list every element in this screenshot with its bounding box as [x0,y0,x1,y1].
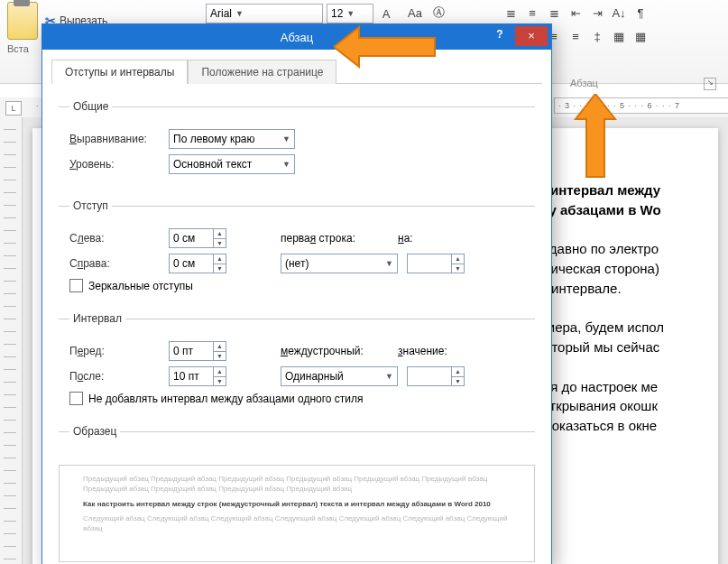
dialog-tabs: Отступы и интервалы Положение на страниц… [51,59,542,84]
mirror-indents-label: Зеркальные отступы [88,280,193,292]
justify-icon[interactable]: ≡ [567,27,585,45]
line-spacing-value: Одинарный [285,370,344,383]
shading-icon[interactable]: ▦ [610,27,628,45]
chevron-down-icon: ▼ [282,134,290,143]
spin-up-icon[interactable]: ▲ [452,367,464,377]
space-after-input[interactable] [170,368,213,384]
grow-font-icon[interactable]: A [377,5,395,23]
space-before-spinner[interactable]: ▲▼ [169,341,226,361]
first-line-value: (нет) [285,257,309,270]
space-before-input[interactable] [170,343,213,359]
by-spinner[interactable]: ▲▼ [407,254,465,273]
outline-level-combo[interactable]: Основной текст▼ [169,154,295,174]
document-text[interactable]: ить интервал между ежду абзацами в Wo й … [523,180,728,436]
outline-level-value: Основной текст [173,158,252,171]
mirror-indents-checkbox[interactable]: Зеркальные отступы [69,279,524,292]
group-spacing: Интервал Перед: ▲▼ междустрочный: значен… [59,312,535,416]
font-size-value: 12 [331,7,343,20]
spin-down-icon[interactable]: ▼ [214,377,226,386]
spin-up-icon[interactable]: ▲ [452,254,464,264]
pilcrow-icon[interactable]: ¶ [631,4,650,22]
preview-box: Предыдущий абзац Предыдущий абзац Предыд… [59,465,535,562]
preview-prev-text: Предыдущий абзац Предыдущий абзац Предыд… [83,475,511,495]
decrease-indent-icon[interactable]: ⇤ [567,4,585,22]
label-alignment: Выравнивание: [69,133,160,145]
space-after-spinner[interactable]: ▲▼ [169,366,226,386]
label-indent-left: Слева: [69,232,160,245]
label-line-spacing: междустрочный: [281,345,389,357]
label-after: После: [69,370,160,383]
legend-indent: Отступ [69,199,112,212]
group-general: Общие Выравнивание: По левому краю▼ Уров… [59,100,535,190]
multilevel-icon[interactable]: ≣ [545,4,563,22]
label-at: значение: [398,345,470,357]
sort-icon[interactable]: A↓ [610,4,628,22]
line-spacing-combo[interactable]: Одинарный▼ [281,366,398,386]
label-first-line: первая строка: [281,232,389,245]
indent-right-input[interactable] [170,255,213,272]
indent-left-input[interactable] [170,230,213,246]
spin-down-icon[interactable]: ▼ [214,352,226,361]
checkbox-box [69,392,83,405]
group-preview: Образец [59,425,535,459]
legend-preview: Образец [69,425,120,438]
bullets-icon[interactable]: ≣ [502,4,520,22]
spin-up-icon[interactable]: ▲ [214,229,226,239]
spin-down-icon[interactable]: ▼ [452,377,464,386]
label-by: на: [398,232,470,245]
label-indent-right: Справа: [69,257,160,270]
at-spinner[interactable]: ▲▼ [407,366,465,386]
clear-format-icon[interactable]: Ⓐ [429,4,447,22]
chevron-down-icon: ▼ [385,372,393,381]
dialog-title: Абзац [281,31,313,44]
tab-indents-spacing[interactable]: Отступы и интервалы [51,60,188,84]
paragraph-dialog-launcher[interactable]: ↘ [704,78,716,90]
paste-icon[interactable] [7,2,38,40]
font-size-combo[interactable]: 12▼ [327,4,373,23]
label-outline-level: Уровень: [69,158,160,171]
dont-add-space-label: Не добавлять интервал между абзацами одн… [88,393,364,405]
help-button[interactable]: ? [486,28,513,46]
indent-left-spinner[interactable]: ▲▼ [169,228,226,248]
borders-icon[interactable]: ▦ [631,27,650,45]
tab-selector[interactable]: L [5,101,22,116]
spin-up-icon[interactable]: ▲ [214,342,226,352]
dialog-titlebar[interactable]: Абзац ? × [42,24,551,50]
close-button[interactable]: × [515,26,548,46]
paragraph-group-label: Абзац [570,78,598,88]
chevron-down-icon: ▼ [385,259,393,268]
preview-next-text: Следующий абзац Следующий абзац Следующи… [83,514,511,534]
font-name-combo[interactable]: Arial▼ [206,4,323,23]
label-before: Перед: [69,345,160,357]
chevron-down-icon: ▼ [346,9,355,18]
ruler-visible-segment: · 3 · · · 4 · · · 5 · · · 6 · · · 7 [554,97,728,114]
numbering-icon[interactable]: ≡ [523,4,541,22]
legend-general: Общие [69,100,112,113]
spin-down-icon[interactable]: ▼ [452,264,464,273]
paragraph-dialog: Абзац ? × Отступы и интервалы Положение … [41,23,552,564]
alignment-combo[interactable]: По левому краю▼ [169,129,295,149]
first-line-combo[interactable]: (нет)▼ [281,254,398,273]
group-indent: Отступ Слева: ▲▼ первая строка: на: Спра… [59,199,535,303]
preview-sample-text: Как настроить интервал между строк (межд… [83,500,511,510]
spin-down-icon[interactable]: ▼ [214,239,226,248]
vertical-ruler [0,117,23,564]
alignment-value: По левому краю [173,133,255,145]
increase-indent-icon[interactable]: ⇥ [588,4,606,22]
change-case-icon[interactable]: Aa [406,4,424,22]
paste-label: Вста [7,43,29,54]
line-spacing-icon[interactable]: ‡ [588,27,606,45]
indent-right-spinner[interactable]: ▲▼ [169,254,226,273]
checkbox-box [69,279,83,292]
chevron-down-icon: ▼ [282,160,290,169]
legend-spacing: Интервал [69,312,125,325]
spin-down-icon[interactable]: ▼ [214,264,226,273]
dont-add-space-checkbox[interactable]: Не добавлять интервал между абзацами одн… [69,392,524,405]
by-input[interactable] [408,255,451,272]
tab-line-page-breaks[interactable]: Положение на странице [188,60,336,84]
at-input[interactable] [408,368,451,384]
spin-up-icon[interactable]: ▲ [214,367,226,377]
chevron-down-icon: ▼ [235,9,244,18]
spin-up-icon[interactable]: ▲ [214,254,226,264]
font-name-value: Arial [210,7,232,20]
